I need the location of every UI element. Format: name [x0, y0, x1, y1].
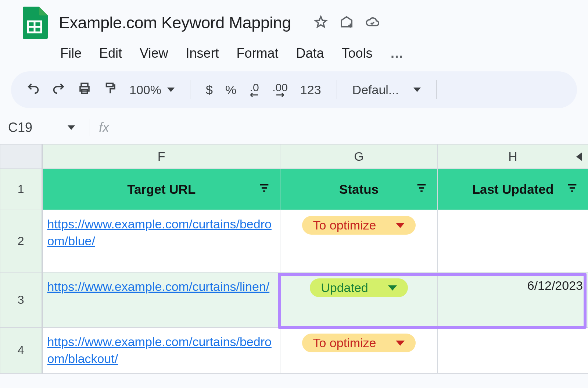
format-number-button[interactable]: 123	[300, 83, 321, 97]
menu-file[interactable]: File	[60, 46, 82, 61]
chevron-down-icon	[167, 88, 175, 92]
toolbar-separator	[337, 80, 337, 99]
chevron-down-icon	[396, 223, 405, 228]
decrease-decimal-label: .0	[250, 82, 259, 92]
row-number[interactable]: 2	[0, 210, 42, 273]
menu-edit[interactable]: Edit	[99, 46, 122, 61]
column-header-label: H	[508, 149, 517, 163]
header-target-url[interactable]: Target URL	[42, 169, 280, 210]
url-link[interactable]: https://www.example.com/curtains/bedroom…	[47, 335, 272, 366]
column-header-G[interactable]: G	[280, 145, 438, 169]
header-status[interactable]: Status	[280, 169, 438, 210]
font-name: Defaul...	[352, 83, 399, 97]
active-cell-ref: C19	[8, 120, 32, 135]
cell-last-updated[interactable]: 6/12/2023	[438, 273, 588, 328]
chevron-down-icon	[388, 285, 397, 291]
move-icon[interactable]	[340, 15, 354, 31]
format-percent-button[interactable]: %	[225, 83, 236, 97]
name-box[interactable]: C19	[8, 120, 86, 135]
status-pill[interactable]: To optimize	[302, 216, 416, 235]
menu-view[interactable]: View	[140, 46, 168, 61]
row-number[interactable]: 1	[0, 169, 42, 210]
select-all-corner[interactable]	[0, 145, 42, 169]
zoom-value: 100%	[129, 83, 161, 97]
filter-icon[interactable]	[566, 182, 578, 197]
format-currency-button[interactable]: $	[206, 83, 213, 97]
separator	[90, 119, 90, 136]
increase-decimal-label: .00	[272, 82, 288, 92]
toolbar: 100% $ % .0 .00 123 Defaul...	[11, 71, 577, 108]
zoom-dropdown[interactable]: 100%	[129, 83, 175, 97]
header-row: 1 Target URL Status Last Updated	[0, 169, 588, 210]
status-label: Updated	[321, 281, 368, 295]
row-number[interactable]: 4	[0, 328, 42, 374]
header-label: Target URL	[127, 182, 196, 196]
status-pill[interactable]: Updated	[310, 278, 408, 297]
cell-status[interactable]: To optimize	[280, 210, 438, 273]
fx-label: fx	[99, 120, 109, 135]
cell-target-url[interactable]: https://www.example.com/curtains/bedroom…	[42, 328, 280, 374]
print-icon[interactable]	[78, 82, 91, 98]
url-link[interactable]: https://www.example.com/curtains/linen/	[47, 280, 270, 293]
cell-last-updated[interactable]	[438, 328, 588, 374]
filter-icon[interactable]	[258, 182, 270, 197]
redo-icon[interactable]	[52, 82, 65, 98]
chevron-down-icon	[396, 341, 405, 346]
scroll-left-icon[interactable]	[576, 152, 582, 161]
header-label: Last Updated	[472, 182, 554, 196]
url-link[interactable]: https://www.example.com/curtains/bedroom…	[47, 217, 272, 248]
menu-tools[interactable]: Tools	[342, 46, 373, 61]
undo-icon[interactable]	[26, 82, 40, 98]
svg-rect-8	[107, 83, 113, 87]
header-label: Status	[339, 182, 379, 196]
table-row: 4 https://www.example.com/curtains/bedro…	[0, 328, 588, 374]
decrease-decimal-button[interactable]: .0	[249, 82, 260, 97]
filter-icon[interactable]	[415, 182, 428, 197]
cell-status[interactable]: Updated	[280, 273, 438, 328]
paint-format-icon[interactable]	[104, 82, 117, 98]
document-title[interactable]: Example.com Keyword Mapping	[59, 13, 291, 32]
cell-last-updated[interactable]	[438, 210, 588, 273]
star-icon[interactable]	[314, 15, 328, 31]
column-header-F[interactable]: F	[42, 145, 280, 169]
toolbar-separator	[190, 80, 190, 99]
app-header: Example.com Keyword Mapping File Edit Vi…	[0, 0, 588, 61]
cloud-saved-icon[interactable]	[365, 15, 379, 31]
status-label: To optimize	[313, 218, 376, 232]
menu-format[interactable]: Format	[237, 46, 279, 61]
menu-insert[interactable]: Insert	[186, 46, 219, 61]
menu-more[interactable]: …	[390, 46, 404, 61]
formula-bar-row: C19 fx	[0, 108, 588, 144]
toolbar-separator	[436, 80, 437, 99]
cell-status[interactable]: To optimize	[280, 328, 438, 374]
column-header-H[interactable]: H	[438, 145, 588, 169]
status-pill[interactable]: To optimize	[302, 334, 416, 352]
menu-data[interactable]: Data	[296, 46, 324, 61]
chevron-down-icon	[68, 125, 75, 130]
row-number[interactable]: 3	[0, 273, 42, 328]
cell-target-url[interactable]: https://www.example.com/curtains/bedroom…	[42, 210, 280, 273]
status-label: To optimize	[313, 336, 376, 350]
font-dropdown[interactable]: Defaul...	[352, 83, 421, 97]
header-last-updated[interactable]: Last Updated	[438, 169, 588, 210]
sheets-app-icon[interactable]	[21, 7, 48, 39]
chevron-down-icon	[413, 88, 421, 92]
table-row: 3 https://www.example.com/curtains/linen…	[0, 273, 588, 328]
table-row: 2 https://www.example.com/curtains/bedro…	[0, 210, 588, 273]
spreadsheet-grid[interactable]: F G H 1 Target URL Status Last Updated 2…	[0, 144, 588, 374]
menubar: File Edit View Insert Format Data Tools …	[21, 39, 588, 61]
column-letters-row: F G H	[0, 145, 588, 169]
cell-target-url[interactable]: https://www.example.com/curtains/linen/	[42, 273, 280, 328]
increase-decimal-button[interactable]: .00	[272, 82, 288, 97]
